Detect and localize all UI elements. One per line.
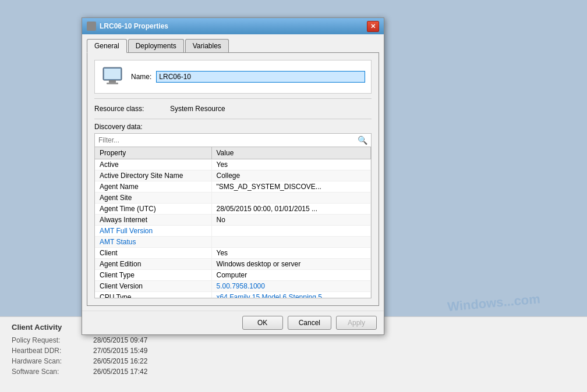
- bottom-panel-row: Hardware Scan: 26/05/2015 16:22: [12, 357, 575, 365]
- table-row: Active Directory Site NameCollege: [95, 170, 371, 181]
- activity-value: 28/05/2015 09:47: [93, 336, 147, 344]
- resource-class-value: System Resource: [170, 105, 225, 113]
- activity-value: 26/05/2015 17:42: [93, 368, 147, 376]
- name-label: Name:: [131, 73, 151, 81]
- discovery-data-label: Discovery data:: [94, 123, 372, 131]
- separator-2: [94, 119, 372, 119]
- window-icon: [87, 22, 96, 31]
- value-cell: [211, 226, 371, 237]
- property-cell: Agent Time (UTC): [95, 204, 211, 215]
- tab-bar: General Deployments Variables: [87, 39, 379, 53]
- activity-label: Policy Request:: [12, 336, 93, 344]
- property-cell: Agent Edition: [95, 259, 211, 270]
- tab-general[interactable]: General: [87, 39, 127, 53]
- close-button[interactable]: ✕: [367, 21, 379, 32]
- property-cell: AMT Status: [95, 237, 211, 248]
- search-icon: 🔍: [354, 134, 371, 147]
- property-cell: Client Version: [95, 281, 211, 292]
- property-cell: Client: [95, 248, 211, 259]
- property-cell: Agent Name: [95, 181, 211, 193]
- bottom-panel-row: Software Scan: 26/05/2015 17:42: [12, 368, 575, 376]
- bottom-panel-row: Policy Request: 28/05/2015 09:47: [12, 336, 575, 344]
- table-row: Agent EditionWindows desktop or server: [95, 259, 371, 270]
- discovery-table: Property Value ActiveYesActive Directory…: [95, 147, 371, 298]
- property-cell: Agent Site: [95, 193, 211, 204]
- activity-value: 27/05/2015 15:49: [93, 347, 147, 355]
- value-cell: Windows desktop or server: [211, 259, 371, 270]
- svg-rect-1: [104, 69, 121, 79]
- property-cell: Active Directory Site Name: [95, 170, 211, 181]
- dialog-footer: OK Cancel Apply: [82, 311, 384, 334]
- filter-bar: 🔍: [94, 133, 372, 147]
- table-row: Always InternetNo: [95, 215, 371, 226]
- col-property: Property: [95, 147, 211, 159]
- window-controls: ✕: [367, 21, 379, 32]
- property-cell: Active: [95, 159, 211, 170]
- tab-deployments[interactable]: Deployments: [128, 39, 184, 52]
- value-cell: Yes: [211, 248, 371, 259]
- bottom-panel-row: Heartbeat DDR: 27/05/2015 15:49: [12, 347, 575, 355]
- filter-input[interactable]: [95, 134, 354, 146]
- value-cell: 28/05/2015 00:00, 01/01/2015 ...: [211, 204, 371, 215]
- table-row: Agent Time (UTC)28/05/2015 00:00, 01/01/…: [95, 204, 371, 215]
- table-row: AMT Full Version: [95, 226, 371, 237]
- name-field-row: Name:: [131, 71, 365, 83]
- value-cell: 5.00.7958.1000: [211, 281, 371, 292]
- table-row: Agent Site: [95, 193, 371, 204]
- table-row: ClientYes: [95, 248, 371, 259]
- table-row: ActiveYes: [95, 159, 371, 170]
- dialog-title: LRC06-10 Properties: [87, 22, 168, 31]
- value-cell: No: [211, 215, 371, 226]
- activity-label: Hardware Scan:: [12, 357, 93, 365]
- table-row: AMT Status: [95, 237, 371, 248]
- property-cell: CPU Type: [95, 292, 211, 299]
- dialog-content: General Deployments Variables Name:: [82, 34, 384, 311]
- ok-button[interactable]: OK: [242, 316, 283, 330]
- value-cell: x64 Family 15 Model 6 Stepping 5: [211, 292, 371, 299]
- value-cell: College: [211, 170, 371, 181]
- properties-dialog: LRC06-10 Properties ✕ General Deployment…: [82, 17, 384, 335]
- cancel-button[interactable]: Cancel: [288, 316, 331, 330]
- table-row: Client TypeComputer: [95, 270, 371, 281]
- value-cell: Computer: [211, 270, 371, 281]
- activity-value: 26/05/2015 16:22: [93, 357, 147, 365]
- value-cell: Yes: [211, 159, 371, 170]
- apply-button[interactable]: Apply: [336, 316, 377, 330]
- value-cell: "SMS_AD_SYSTEM_DISCOVE...: [211, 181, 371, 193]
- table-row: Agent Name"SMS_AD_SYSTEM_DISCOVE...: [95, 181, 371, 193]
- activity-label: Software Scan:: [12, 368, 93, 376]
- tab-content-general: Name: Resource class: System Resource Di…: [87, 53, 379, 306]
- activity-label: Heartbeat DDR:: [12, 347, 93, 355]
- discovery-table-wrapper: Property Value ActiveYesActive Directory…: [94, 147, 372, 298]
- property-cell: Always Internet: [95, 215, 211, 226]
- dialog-titlebar: LRC06-10 Properties ✕: [82, 18, 384, 34]
- separator-1: [94, 98, 372, 99]
- value-cell: [211, 193, 371, 204]
- resource-class-row: Resource class: System Resource: [94, 102, 372, 115]
- col-value: Value: [211, 147, 371, 159]
- computer-icon: [101, 66, 124, 87]
- svg-rect-3: [107, 83, 118, 84]
- table-row: Client Version5.00.7958.1000: [95, 281, 371, 292]
- value-cell: [211, 237, 371, 248]
- property-cell: Client Type: [95, 270, 211, 281]
- name-section: Name:: [94, 60, 372, 94]
- name-input[interactable]: [156, 71, 365, 83]
- property-cell: AMT Full Version: [95, 226, 211, 237]
- table-row: CPU Typex64 Family 15 Model 6 Stepping 5: [95, 292, 371, 299]
- tab-variables[interactable]: Variables: [185, 39, 229, 52]
- svg-rect-2: [109, 80, 116, 83]
- resource-class-label: Resource class:: [94, 105, 170, 113]
